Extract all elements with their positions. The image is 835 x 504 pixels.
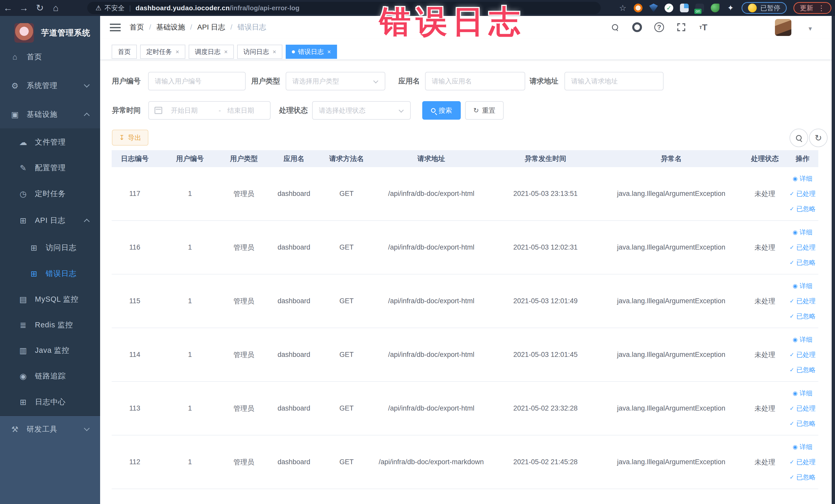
cell-user_id: 1: [158, 436, 222, 489]
user-type-select[interactable]: 请选择用户类型: [286, 72, 385, 90]
sidebar-item-label: 配置管理: [35, 163, 66, 173]
extension-icon-green-check[interactable]: ✓: [665, 4, 673, 12]
sidebar-logo-row[interactable]: 芋道管理系统: [0, 21, 100, 45]
browser-menu-kebab-icon[interactable]: ⋮: [818, 4, 825, 12]
security-label: 不安全: [104, 4, 124, 13]
breadcrumb-item-首页[interactable]: 首页: [130, 22, 144, 32]
tab-定时任务[interactable]: 定时任务×: [140, 45, 185, 59]
sidebar-item-首页[interactable]: ⌂首页: [0, 44, 100, 70]
reset-button[interactable]: ↻ 重置: [465, 101, 504, 120]
action-已忽略[interactable]: ✓已忽略: [790, 205, 815, 213]
cell-id: 117: [111, 167, 158, 220]
action-详细[interactable]: ◉详细: [793, 174, 812, 183]
action-详细[interactable]: ◉详细: [793, 389, 812, 398]
user-avatar[interactable]: [775, 19, 791, 36]
action-详细[interactable]: ◉详细: [793, 335, 812, 344]
sidebar-item-MySQL 监控[interactable]: ▤MySQL 监控: [0, 286, 100, 312]
sidebar-item-日志中心[interactable]: ⊞日志中心: [0, 389, 100, 415]
log-icon: ⊞: [18, 216, 28, 225]
emoji-avatar-icon: [748, 4, 757, 12]
check-icon: ✓: [790, 259, 794, 266]
header-search-icon[interactable]: [609, 21, 621, 33]
extensions-puzzle-icon[interactable]: ✦: [726, 4, 735, 12]
sidebar-fold-icon[interactable]: [110, 24, 121, 31]
action-已忽略[interactable]: ✓已忽略: [790, 419, 815, 428]
close-tab-icon[interactable]: ×: [272, 48, 276, 56]
action-已处理[interactable]: ✓已处理: [790, 243, 815, 251]
cell-app_name: dashboard: [266, 382, 322, 435]
action-已忽略[interactable]: ✓已忽略: [790, 312, 815, 320]
github-icon[interactable]: [631, 21, 643, 33]
extension-icon-shield[interactable]: [649, 4, 658, 12]
breadcrumb-item-API 日志[interactable]: API 日志: [197, 22, 225, 32]
tab-调度日志[interactable]: 调度日志×: [189, 45, 234, 59]
extension-icon-grid[interactable]: [680, 4, 689, 12]
sidebar-item-链路追踪[interactable]: ◉链路追踪: [0, 363, 100, 389]
app-name-input[interactable]: [425, 72, 525, 90]
action-已处理[interactable]: ✓已处理: [790, 404, 815, 412]
sidebar-item-Java 监控[interactable]: ▥Java 监控: [0, 338, 100, 363]
annotation-error-log: 错误日志: [380, 1, 525, 43]
font-size-icon[interactable]: тT: [697, 21, 709, 33]
sidebar-item-label: Java 监控: [35, 345, 69, 356]
action-已处理[interactable]: ✓已处理: [790, 297, 815, 305]
close-tab-icon[interactable]: ×: [176, 48, 179, 56]
extension-icon-switch[interactable]: on: [695, 4, 704, 12]
toggle-search-button[interactable]: [790, 129, 808, 147]
browser-forward-icon[interactable]: →: [16, 3, 32, 13]
sidebar-item-API 日志[interactable]: ⊞API 日志: [0, 208, 100, 234]
bookmark-star-icon[interactable]: ☆: [618, 4, 627, 12]
chrome-update-pill[interactable]: 更新 ⋮: [793, 2, 831, 14]
sidebar-item-label: 日志中心: [35, 397, 66, 407]
close-tab-icon[interactable]: ×: [327, 48, 331, 56]
breadcrumb-separator: /: [230, 23, 232, 31]
sidebar-item-配置管理[interactable]: ✎配置管理: [0, 155, 100, 181]
sidebar-item-错误日志[interactable]: ⊞错误日志: [0, 261, 100, 286]
action-详细[interactable]: ◉详细: [793, 228, 812, 237]
action-已处理[interactable]: ✓已处理: [790, 458, 815, 466]
action-已忽略[interactable]: ✓已忽略: [790, 473, 815, 481]
extension-icon-leaf[interactable]: [711, 4, 719, 12]
extension-icon-orange[interactable]: [634, 4, 643, 12]
tab-访问日志[interactable]: 访问日志×: [237, 45, 282, 59]
refresh-table-button[interactable]: ↻: [809, 129, 828, 147]
tab-label: 定时任务: [146, 47, 172, 56]
action-已处理[interactable]: ✓已处理: [790, 350, 815, 359]
process-status-select[interactable]: 请选择处理状态: [312, 101, 411, 120]
sidebar-item-访问日志[interactable]: ⊞访问日志: [0, 235, 100, 261]
search-button[interactable]: 搜索: [422, 101, 461, 120]
action-已忽略[interactable]: ✓已忽略: [790, 258, 815, 267]
tab-首页[interactable]: 首页: [111, 45, 137, 59]
help-icon[interactable]: ?: [653, 21, 665, 33]
exception-time-range-picker[interactable]: 开始日期 - 结束日期: [148, 101, 270, 120]
view-icon: ◉: [793, 229, 797, 236]
action-已处理[interactable]: ✓已处理: [790, 189, 815, 198]
sidebar-item-系统管理[interactable]: ⚙系统管理: [0, 73, 100, 99]
sidebar-item-定时任务[interactable]: ◷定时任务: [0, 181, 100, 207]
sidebar-item-研发工具[interactable]: ⚒研发工具: [0, 417, 100, 442]
user-id-input[interactable]: [148, 72, 246, 90]
check-icon: ✓: [790, 351, 794, 358]
action-详细[interactable]: ◉详细: [793, 282, 812, 290]
tools-icon: ⚒: [10, 425, 20, 434]
page-scrollbar[interactable]: [832, 16, 835, 504]
request-url-input[interactable]: [565, 72, 664, 90]
tab-label: 调度日志: [195, 47, 221, 56]
tab-错误日志[interactable]: 错误日志×: [286, 45, 337, 59]
fullscreen-icon[interactable]: [675, 21, 687, 33]
browser-reload-icon[interactable]: ↻: [32, 3, 48, 13]
browser-back-icon[interactable]: ←: [0, 3, 16, 13]
profile-paused-pill[interactable]: 已暂停: [741, 2, 787, 14]
timer-icon: ◷: [18, 189, 28, 199]
sidebar-item-文件管理[interactable]: ☁文件管理: [0, 129, 100, 155]
browser-extensions-area: ☆ ✓ on ✦ 已暂停 更新 ⋮: [618, 0, 835, 16]
user-menu-caret-icon[interactable]: ▾: [809, 25, 812, 33]
breadcrumb-item-基础设施[interactable]: 基础设施: [156, 22, 185, 32]
action-详细[interactable]: ◉详细: [793, 443, 812, 451]
action-已忽略[interactable]: ✓已忽略: [790, 366, 815, 374]
close-tab-icon[interactable]: ×: [224, 48, 228, 56]
export-button[interactable]: ↧ 导出: [112, 130, 148, 146]
sidebar-item-基础设施[interactable]: ▣基础设施: [0, 102, 100, 127]
browser-home-icon[interactable]: ⌂: [48, 3, 64, 13]
sidebar-item-Redis 监控[interactable]: ≣Redis 监控: [0, 312, 100, 338]
